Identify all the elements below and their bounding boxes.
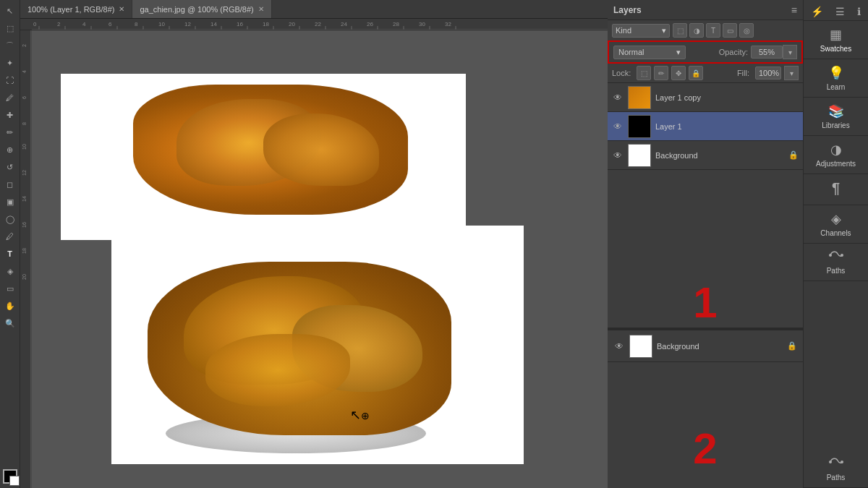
canvas-area: 100% (Layer 1, RGB/8#) ✕ ga_chien.jpg @ … bbox=[20, 0, 608, 488]
blend-mode-dropdown[interactable]: Normal ▾ bbox=[613, 46, 686, 59]
clone-tool[interactable]: ⊕ bbox=[2, 142, 18, 158]
svg-text:10: 10 bbox=[158, 21, 165, 27]
chicken-bottom-image bbox=[148, 262, 451, 435]
type-filter-btn[interactable]: T bbox=[706, 23, 720, 38]
select-tool[interactable]: ⬚ bbox=[2, 20, 18, 36]
bg-layer-lock: 🔒 bbox=[787, 341, 797, 351]
panel-item-channels[interactable]: ◈ Channels bbox=[804, 205, 868, 244]
panel-icon-top-2[interactable]: ☰ bbox=[835, 6, 845, 17]
gradient-tool[interactable]: ▣ bbox=[2, 194, 18, 210]
svg-text:8: 8 bbox=[135, 21, 138, 27]
bg-layer-thumb-img bbox=[630, 335, 652, 357]
shape-tool[interactable]: ▭ bbox=[2, 281, 18, 296]
swatches-label: Swatches bbox=[820, 45, 851, 53]
chicken-top-image bbox=[133, 85, 408, 215]
fill-slider-btn[interactable]: ▾ bbox=[784, 66, 799, 80]
layer-eye-1[interactable]: 👁 bbox=[612, 121, 624, 132]
svg-text:24: 24 bbox=[341, 21, 347, 27]
lock-label: Lock: bbox=[612, 69, 631, 77]
move-tool[interactable]: ↖ bbox=[2, 3, 18, 19]
pixel-filter-btn[interactable]: ⬚ bbox=[673, 23, 687, 38]
lock-draw-btn[interactable]: ✏ bbox=[654, 66, 668, 80]
svg-text:6: 6 bbox=[22, 96, 27, 99]
panel-icon-top-1[interactable]: ⚡ bbox=[811, 6, 823, 17]
layer-row-1[interactable]: 👁 Layer 1 bbox=[608, 112, 803, 141]
panel-icon-top-3[interactable]: ℹ bbox=[857, 6, 861, 17]
learn-icon: 💡 bbox=[828, 65, 844, 81]
wand-tool[interactable]: ✦ bbox=[2, 55, 18, 71]
layers-menu-icon[interactable]: ≡ bbox=[791, 4, 797, 16]
svg-text:20: 20 bbox=[289, 21, 295, 27]
dodge-tool[interactable]: ◯ bbox=[2, 211, 18, 227]
lock-move-btn[interactable]: ✥ bbox=[671, 66, 686, 80]
panel-item-learn[interactable]: 💡 Learn bbox=[804, 59, 868, 98]
eraser-tool[interactable]: ◻ bbox=[2, 176, 18, 192]
panel-item-paths-bottom[interactable]: Paths bbox=[804, 450, 868, 488]
layer-thumb-img-1 bbox=[629, 116, 650, 137]
lock-pixel-btn[interactable]: ⬚ bbox=[637, 66, 651, 80]
svg-text:4: 4 bbox=[82, 21, 86, 27]
panel-item-type[interactable]: ¶ bbox=[804, 174, 868, 205]
tab-gachien[interactable]: ga_chien.jpg @ 100% (RGB/8#) ✕ bbox=[132, 0, 271, 18]
brush-tool[interactable]: ✏ bbox=[2, 124, 18, 140]
bg-layer-eye[interactable]: 👁 bbox=[613, 341, 625, 351]
crop-tool[interactable]: ⛶ bbox=[2, 72, 18, 88]
svg-text:6: 6 bbox=[109, 21, 112, 27]
opacity-label: Opacity: bbox=[719, 48, 748, 56]
fill-input[interactable]: 100% bbox=[755, 67, 781, 80]
layer-eye-1copy[interactable]: 👁 bbox=[612, 93, 624, 103]
hand-tool[interactable]: ✋ bbox=[2, 298, 18, 314]
bg-layer-thumb bbox=[629, 335, 652, 358]
path-select-tool[interactable]: ◈ bbox=[2, 263, 18, 279]
layer-eye-bg[interactable]: 👁 bbox=[612, 150, 624, 160]
history-tool[interactable]: ↺ bbox=[2, 159, 18, 175]
bg-layer-name: Background bbox=[657, 342, 783, 351]
lock-all-btn[interactable]: 🔒 bbox=[689, 66, 703, 80]
layer-name-bg: Background bbox=[655, 151, 784, 160]
layers-header: Layers ≡ bbox=[608, 0, 803, 20]
tab-close-2[interactable]: ✕ bbox=[258, 5, 264, 13]
smart-filter-btn[interactable]: ◎ bbox=[739, 23, 754, 38]
cursor-arrow: ↖⊕ bbox=[350, 407, 370, 423]
zoom-tool[interactable]: 🔍 bbox=[2, 315, 18, 331]
layers-panel: Layers ≡ Kind ▾ ⬚ ◑ T ▭ ◎ Normal ▾ Opaci… bbox=[608, 0, 803, 329]
layer-row-1copy[interactable]: 👁 Layer 1 copy bbox=[608, 83, 803, 112]
layer-row-bg[interactable]: 👁 Background 🔒 bbox=[608, 141, 803, 170]
adjust-filter-btn[interactable]: ◑ bbox=[689, 23, 704, 38]
pen-tool[interactable]: 🖊 bbox=[2, 228, 18, 244]
blend-opacity-row: Normal ▾ Opacity: 55% ▾ bbox=[608, 40, 803, 64]
adjustments-icon: ◑ bbox=[830, 142, 842, 158]
opacity-input[interactable]: 55% bbox=[751, 46, 783, 59]
svg-text:22: 22 bbox=[315, 21, 321, 27]
panel-item-paths-top[interactable]: Paths bbox=[804, 244, 868, 281]
ruler-top: 0 2 4 6 8 10 12 14 16 18 20 22 24 26 28 … bbox=[20, 19, 608, 30]
kind-dropdown[interactable]: Kind ▾ bbox=[612, 24, 670, 38]
layers-kind-row: Kind ▾ ⬚ ◑ T ▭ ◎ bbox=[608, 20, 803, 40]
annotation-number-1: 1 bbox=[693, 278, 717, 328]
tab-layer1[interactable]: 100% (Layer 1, RGB/8#) ✕ bbox=[20, 0, 132, 18]
lasso-tool[interactable]: ⌒ bbox=[2, 38, 18, 53]
learn-label: Learn bbox=[827, 83, 846, 91]
shape-filter-btn[interactable]: ▭ bbox=[723, 23, 737, 38]
tab-label-2: ga_chien.jpg @ 100% (RGB/8#) bbox=[140, 5, 253, 14]
layer-thumb-1 bbox=[628, 115, 651, 138]
panel-item-libraries[interactable]: 📚 Libraries bbox=[804, 98, 868, 136]
fill-label: Fill: bbox=[737, 69, 749, 77]
panel-item-adjustments[interactable]: ◑ Adjustments bbox=[804, 136, 868, 174]
tab-close-1[interactable]: ✕ bbox=[119, 5, 124, 13]
foreground-color[interactable] bbox=[3, 469, 17, 484]
panel-item-swatches[interactable]: ▦ Swatches bbox=[804, 21, 868, 59]
bg-layer-row[interactable]: 👁 Background 🔒 bbox=[608, 330, 803, 362]
channels-label: Channels bbox=[820, 229, 851, 237]
svg-text:14: 14 bbox=[22, 196, 27, 202]
type-icon: ¶ bbox=[832, 180, 840, 197]
paths-bottom-icon bbox=[829, 456, 843, 471]
eyedropper-tool[interactable]: 🖉 bbox=[2, 90, 18, 106]
svg-text:12: 12 bbox=[22, 170, 27, 176]
spot-heal-tool[interactable]: ✚ bbox=[2, 107, 18, 123]
type-tool[interactable]: T bbox=[2, 246, 18, 262]
svg-text:20: 20 bbox=[22, 274, 27, 280]
channels-icon: ◈ bbox=[831, 211, 841, 227]
opacity-slider-btn[interactable]: ▾ bbox=[783, 45, 797, 59]
canvas[interactable]: ↖⊕ bbox=[32, 30, 608, 488]
